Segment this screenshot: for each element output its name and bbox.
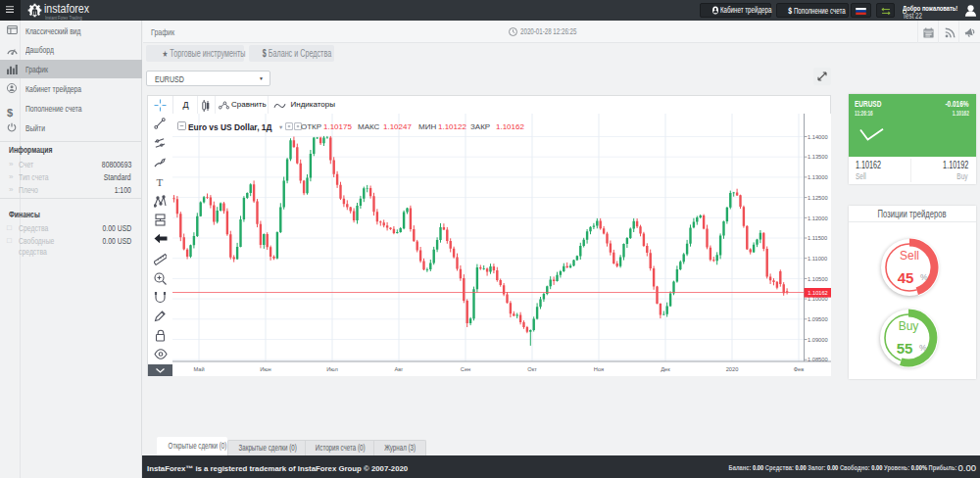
svg-text:T: T (157, 176, 164, 188)
svg-text:Авг: Авг (395, 366, 404, 372)
svg-text:1.11500: 1.11500 (808, 235, 827, 241)
svg-text:1.13500: 1.13500 (808, 154, 828, 160)
svg-text:1.09500: 1.09500 (808, 316, 828, 322)
svg-text:1.14000: 1.14000 (808, 134, 828, 140)
svg-text:Фев: Фев (794, 366, 805, 372)
svg-text:Окт: Окт (527, 366, 537, 372)
svg-text:Июл: Июл (326, 366, 338, 372)
svg-text:Июн: Июн (260, 366, 271, 372)
svg-text:Дек: Дек (661, 366, 670, 372)
svg-text:1.12000: 1.12000 (808, 215, 828, 221)
svg-text:Сен: Сен (461, 366, 470, 372)
svg-text:1.13000: 1.13000 (808, 174, 828, 180)
svg-text:1.09000: 1.09000 (808, 337, 828, 343)
svg-text:2020: 2020 (726, 366, 739, 372)
svg-text:1.10500: 1.10500 (808, 276, 828, 282)
svg-text:Май: Май (193, 366, 204, 372)
svg-text:1.12500: 1.12500 (808, 195, 828, 201)
svg-text:1.10162: 1.10162 (808, 290, 828, 296)
svg-text:1.11000: 1.11000 (808, 256, 827, 262)
svg-text:Ноя: Ноя (594, 366, 604, 372)
svg-text:1.08500: 1.08500 (808, 357, 828, 362)
